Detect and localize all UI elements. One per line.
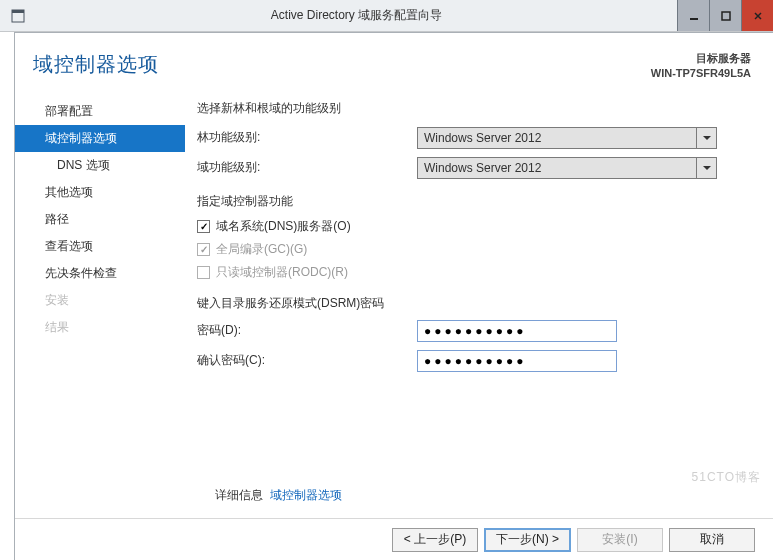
gc-checkbox <box>197 243 210 256</box>
nav-dc-options[interactable]: 域控制器选项 <box>15 125 185 152</box>
svg-rect-1 <box>12 10 24 13</box>
capabilities-heading: 指定域控制器功能 <box>197 193 745 210</box>
nav-result: 结果 <box>15 314 185 341</box>
dns-checkbox-label: 域名系统(DNS)服务器(O) <box>216 218 351 235</box>
svg-rect-2 <box>690 18 698 20</box>
nav-deploy[interactable]: 部署配置 <box>15 98 185 125</box>
minimize-button[interactable] <box>677 0 709 31</box>
functional-level-heading: 选择新林和根域的功能级别 <box>197 100 745 117</box>
window-title: Active Directory 域服务配置向导 <box>36 7 677 24</box>
wizard-frame: 域控制器选项 目标服务器 WIN-TP7SFR49L5A 部署配置 域控制器选项… <box>14 32 773 560</box>
window-controls <box>677 0 773 31</box>
titlebar: Active Directory 域服务配置向导 <box>0 0 773 32</box>
dns-checkbox-row[interactable]: 域名系统(DNS)服务器(O) <box>197 218 745 235</box>
forest-level-value: Windows Server 2012 <box>417 127 697 149</box>
forest-level-select[interactable]: Windows Server 2012 <box>417 127 717 149</box>
password-input[interactable] <box>417 320 617 342</box>
gc-checkbox-row: 全局编录(GC)(G) <box>197 241 745 258</box>
dns-checkbox[interactable] <box>197 220 210 233</box>
domain-level-select[interactable]: Windows Server 2012 <box>417 157 717 179</box>
forest-level-label: 林功能级别: <box>197 129 417 146</box>
target-server-block: 目标服务器 WIN-TP7SFR49L5A <box>651 51 751 82</box>
nav-other-options[interactable]: 其他选项 <box>15 179 185 206</box>
nav-dns-options[interactable]: DNS 选项 <box>15 152 185 179</box>
wizard-content: 选择新林和根域的功能级别 林功能级别: Windows Server 2012 … <box>185 92 773 452</box>
more-info-row: 详细信息 域控制器选项 <box>215 487 342 504</box>
next-button[interactable]: 下一步(N) > <box>484 528 571 552</box>
cancel-button[interactable]: 取消 <box>669 528 755 552</box>
chevron-down-icon[interactable] <box>697 157 717 179</box>
nav-paths[interactable]: 路径 <box>15 206 185 233</box>
more-info-link[interactable]: 域控制器选项 <box>270 488 342 502</box>
app-icon <box>6 4 30 28</box>
nav-review[interactable]: 查看选项 <box>15 233 185 260</box>
target-server-value: WIN-TP7SFR49L5A <box>651 66 751 81</box>
previous-button[interactable]: < 上一步(P) <box>392 528 478 552</box>
rodc-checkbox <box>197 266 210 279</box>
watermark: 51CTO博客 <box>692 469 761 486</box>
domain-level-value: Windows Server 2012 <box>417 157 697 179</box>
rodc-checkbox-label: 只读域控制器(RODC)(R) <box>216 264 348 281</box>
domain-level-label: 域功能级别: <box>197 159 417 176</box>
wizard-footer: < 上一步(P) 下一步(N) > 安装(I) 取消 <box>15 518 773 560</box>
wizard-body: 部署配置 域控制器选项 DNS 选项 其他选项 路径 查看选项 先决条件检查 安… <box>15 92 773 452</box>
confirm-password-label: 确认密码(C): <box>197 352 417 369</box>
page-title: 域控制器选项 <box>33 51 651 78</box>
svg-rect-3 <box>722 12 730 20</box>
rodc-checkbox-row: 只读域控制器(RODC)(R) <box>197 264 745 281</box>
wizard-nav: 部署配置 域控制器选项 DNS 选项 其他选项 路径 查看选项 先决条件检查 安… <box>15 92 185 452</box>
nav-install: 安装 <box>15 287 185 314</box>
gc-checkbox-label: 全局编录(GC)(G) <box>216 241 307 258</box>
nav-prereq[interactable]: 先决条件检查 <box>15 260 185 287</box>
more-info-text: 详细信息 <box>215 488 263 502</box>
close-button[interactable] <box>741 0 773 31</box>
dsrm-heading: 键入目录服务还原模式(DSRM)密码 <box>197 295 745 312</box>
password-label: 密码(D): <box>197 322 417 339</box>
install-button: 安装(I) <box>577 528 663 552</box>
wizard-header: 域控制器选项 目标服务器 WIN-TP7SFR49L5A <box>15 33 773 92</box>
target-server-label: 目标服务器 <box>651 51 751 66</box>
maximize-button[interactable] <box>709 0 741 31</box>
confirm-password-input[interactable] <box>417 350 617 372</box>
chevron-down-icon[interactable] <box>697 127 717 149</box>
